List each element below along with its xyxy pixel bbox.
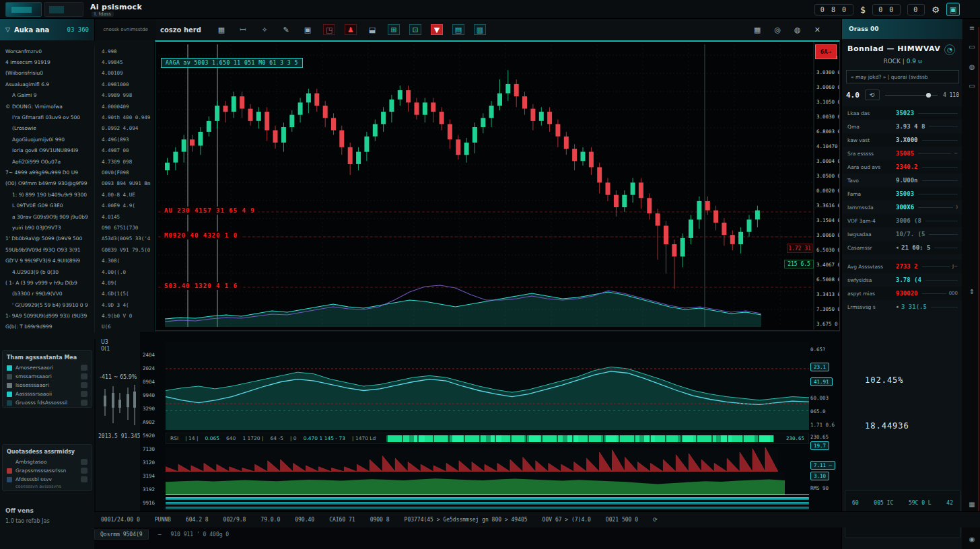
card-item[interactable]: Afdssssbl ssvv [3,475,92,484]
symbol-row[interactable]: Aofi20i999 O0u07a4.7309 098 [0,156,155,167]
order-detail-row[interactable]: Qma3.93 4 8 [842,120,963,133]
detail-slider-track[interactable] [918,153,951,154]
gear-icon[interactable]: ⚙ [932,5,940,15]
record-icon[interactable]: ◍ [967,63,977,71]
status-item[interactable]: 0900 8 [370,517,390,523]
detail-prefix-arrow[interactable]: ◂ [896,304,901,309]
minimize-icon[interactable]: ◎ [774,26,781,34]
status-item[interactable]: O0V 67 > (7)4.0 [542,517,591,523]
market-watch-tab[interactable]: ▽ Auka ana 03 360 [0,19,94,40]
item-button[interactable] [81,365,88,371]
grid-toggle-icon[interactable]: ▦ [967,501,977,508]
counter-box-3[interactable]: 0 [907,4,925,15]
restore-icon[interactable]: ◍ [794,26,801,34]
close-icon[interactable]: ✕ [814,26,820,34]
status-item[interactable]: 604.2 8 [186,517,209,523]
symbol-row[interactable]: G(b(: T b99r9d999U(6 [0,322,155,332]
counter-box-2[interactable]: 0 0 [872,4,901,15]
order-line-label-3[interactable]: S03.40 1320 4 1 6 [161,282,241,290]
symbol-info-icon[interactable]: ◔ [944,44,955,55]
order-detail-row[interactable]: swfysidsa3.78 (4 [842,273,963,287]
detail-slider-track[interactable] [918,194,958,194]
symbol-row[interactable]: A Gaimi 94.9989 998 [0,90,155,101]
symbol-row[interactable]: 7~ 4999 a99g99u999 D0 U9O0V0(F098 [0,167,155,178]
detail-slider-track[interactable] [929,126,958,127]
order-detail-row[interactable]: Iammssda300X6) [842,200,963,214]
logo-thumbnail-2[interactable] [44,2,83,17]
symbol-row[interactable]: 4 imsecsm 919194.99845 [0,57,155,67]
order-detail-row[interactable]: Avg Asssvtass2733 2J~ [842,260,963,273]
order-detail-row[interactable]: Fama35003 [842,187,963,200]
slider-handle[interactable] [926,93,931,98]
box-icon[interactable]: ▣ [302,24,314,35]
symbol-row[interactable]: Worsanfmzrv04.998 [0,46,155,57]
detail-slider-track[interactable] [929,234,958,235]
panel-toggle-icon-1[interactable]: ▭ [967,43,977,50]
status-item[interactable]: 79.0.0 [260,517,280,523]
detail-slider-track[interactable] [931,307,958,307]
symbol-row[interactable]: 1: 9) 899 190 b409u9r9 93004.00-8 4.UE [0,189,155,200]
symbol-row[interactable]: ( 1- A I3 99 v999 v h9u D(b94.09( [0,277,155,288]
status-item[interactable]: PUNNB [155,517,171,523]
symbol-row[interactable]: (Lrosowie0.0992 4.094 [0,123,155,134]
status-item[interactable]: 090.40 [295,517,314,523]
symbol-row[interactable]: (b3300 r 99(b9(VV04.GD(1(5( [0,289,155,299]
card-item[interactable]: Gruosss fdsAssosssil [3,398,92,407]
indicator-panel[interactable]: 24042024090499403290A9025920713031203194… [140,331,840,511]
order-detail-row[interactable]: Casamssr◂21 60: 5 [842,241,963,254]
item-button[interactable] [81,468,88,474]
symbol-row[interactable]: yuiri b90 03JO9V73O90 6751(7J0 [0,222,155,233]
symbol-row[interactable]: ' G(U9929(5 59 b4) 93910 0 94.9D 3 4( [0,299,155,310]
order-panel-header[interactable]: Orass 00 [842,19,963,39]
refresh-icon[interactable]: ⟲ [865,89,880,100]
crosshair-icon[interactable]: ✧ [258,24,271,35]
symbol-row[interactable]: 4.U2903(9 (b 0(304.00((.0 [0,266,155,277]
detail-slider-track[interactable] [925,221,958,221]
order-line-label-2[interactable]: M0920 40 4320 1 0 [161,231,241,240]
resize-icon[interactable]: ⇕ [967,288,977,295]
item-button[interactable] [81,382,88,388]
item-button[interactable] [81,373,88,379]
order-detail-row[interactable]: kaw vast3.X000 [842,133,963,147]
detail-slider-track[interactable] [918,113,958,114]
item-button[interactable] [81,459,88,465]
order-line-label-1[interactable]: AU 230 4157 31 65 4 9 [161,207,258,215]
status-item[interactable]: P03774(45 > Ge5dssmmsej gn 800 > 49405 [405,517,528,523]
card-item[interactable]: Grapssmsssassrlssn [3,466,92,475]
alert-icon[interactable]: ▼ [431,24,443,35]
detail-slider-track[interactable] [934,248,958,248]
symbol-row[interactable]: 59Ub9b9V09d f93Q O93 3(91G0839 V91 79.5(… [0,244,155,255]
symbol-row[interactable]: 1- 9A9 5099U9(d999 93)) (9U394.9(b0 V 0 [0,310,155,321]
symbol-row[interactable]: (Wiiborisfrisiu04.00109 [0,68,155,79]
buy-icon[interactable]: ♟ [345,24,357,35]
symbol-row[interactable]: © DOUNG: Vimimofwa4.0000409 [0,101,155,112]
grid-icon[interactable]: ▦ [215,24,228,35]
card-item[interactable]: smssamsaaori [3,372,92,381]
detail-slider-track[interactable] [922,180,958,181]
order-detail-row[interactable]: Aara oud avs2340.2 [842,160,963,174]
status-item[interactable]: 0001/24.00 0 [101,517,140,523]
order-detail-row[interactable]: VOF 3am-43006 (8 [842,214,963,227]
quantity-slider[interactable] [885,95,938,96]
order-detail-row[interactable]: Tavo9.U00n [842,174,963,187]
detail-slider-track[interactable] [922,167,958,168]
tile-windows-icon[interactable]: ▦ [754,26,761,34]
menu-icon[interactable]: ≡ [967,24,977,32]
panel-toggle-icon-2[interactable]: ▭ [967,82,977,89]
detail-slider-track[interactable] [922,140,958,141]
status-item[interactable]: ⟳ [653,517,658,523]
card-item[interactable]: Amoseersaaori [3,363,92,372]
item-button[interactable] [81,476,88,482]
card-item[interactable]: lsosesssaaori [3,381,92,390]
symbol-row[interactable]: a 30rav G09s9O9j 909 j9u0b94.0145 [0,211,155,222]
logo-thumbnail-1[interactable] [5,2,42,17]
detail-slider-track[interactable] [922,293,946,294]
candlestick-chart-window[interactable]: 1.00013 03.0300 03.0060 03.1050 03.0030 … [155,40,840,331]
card-item[interactable]: Aasssssrsaaoii [3,390,92,398]
app-grid-icon[interactable]: ▣ [946,3,960,16]
chart-tab-title[interactable]: coszo herd [160,19,201,40]
draw-icon[interactable]: ✎ [280,24,292,35]
indicator-legend-row[interactable]: RSI| 14 |0.0656401 1720 |64 -5| 00.470 1… [166,433,809,444]
sell-icon[interactable]: ◳ [323,24,335,35]
detail-slider-track[interactable] [925,280,958,281]
